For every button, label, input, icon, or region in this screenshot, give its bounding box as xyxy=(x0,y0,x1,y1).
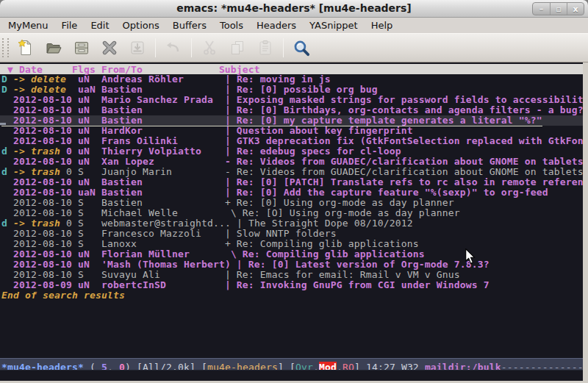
message-row[interactable]: 2012-08-09 uN robertcInSD | Re: Invoking… xyxy=(1,280,583,290)
modeline-segment-folder: maildir:/bulk xyxy=(425,362,501,371)
emacs-window: emacs: *mu4e-headers* [mu4e-headers] –▫x… xyxy=(0,0,588,383)
message-row[interactable]: d -> trash 0 S webmaster@straightd... | … xyxy=(1,218,583,229)
copy-icon xyxy=(223,36,251,60)
toolbar-separator xyxy=(283,38,284,57)
message-row[interactable]: D -> delete uN Andreas Röhler | Re: movi… xyxy=(1,74,583,85)
modeline-segment-plain: , xyxy=(337,362,343,371)
menu-bar: MyMenuFileEditOptionsBuffersToolsHeaders… xyxy=(0,18,588,33)
message-row[interactable]: d -> trash 0 uN Thierry Volpiatto | Re: … xyxy=(1,146,583,157)
undo-icon xyxy=(159,36,187,60)
minimize-button[interactable]: – xyxy=(533,3,550,15)
modeline-segment-ovr: Ovr xyxy=(295,362,313,371)
modeline-segment-plain: ] [ xyxy=(278,362,295,371)
message-row[interactable]: 2012-08-10 uN Bastien | Re: [0] Birthday… xyxy=(1,105,583,115)
cut-icon xyxy=(196,36,223,60)
toolbar-separator xyxy=(155,38,156,57)
message-row[interactable]: 2012-08-10 S Suvayu Ali | Re: Emacs for … xyxy=(1,270,583,280)
modeline-segment-plain: ] 14:27 W32 xyxy=(354,362,425,371)
save-as-icon xyxy=(123,36,151,60)
mode-line[interactable]: *mu4e-headers* ( 5, 0) [All/2.0k] [mu4e-… xyxy=(0,358,583,371)
message-row[interactable]: 2012-08-10 S Michael Welle \ Re: [O] Usi… xyxy=(1,208,583,218)
mu4e-headers-buffer: ▼ Date Flgs From/To Subject D -> delete … xyxy=(0,62,583,381)
modeline-segment-mode: mu4e-headers xyxy=(207,362,278,371)
menu-tools[interactable]: Tools xyxy=(213,18,250,32)
menu-options[interactable]: Options xyxy=(116,18,166,32)
save-box-icon[interactable] xyxy=(68,36,96,60)
modeline-segment-dashes: ----------------------------------------… xyxy=(501,362,583,371)
window-title: emacs: *mu4e-headers* [mu4e-headers] xyxy=(0,2,588,14)
modeline-segment-num-pink: 0 xyxy=(119,362,125,371)
menu-help[interactable]: Help xyxy=(365,18,400,32)
message-row[interactable]: 2012-08-10 uN 'Mash (Thomas Herbert) | R… xyxy=(1,259,583,270)
modeline-segment-plain: ( xyxy=(84,362,101,371)
modeline-segment-mod: Mod xyxy=(319,362,337,371)
message-row[interactable]: 2012-08-10 S Francesco Mazzoli | Slow NN… xyxy=(1,229,583,239)
echo-area[interactable] xyxy=(0,371,583,381)
message-row[interactable]: D -> delete uaN Bastien | Re: [0] possib… xyxy=(1,85,583,95)
message-row[interactable]: 2012-08-10 uN Bastien | Re: [0] my captu… xyxy=(0,115,583,126)
message-row[interactable]: 2012-08-10 uN Mario Sanchez Prada | Expo… xyxy=(1,95,583,105)
modeline-segment-buffer: *mu4e-headers* xyxy=(1,362,84,371)
message-row[interactable]: 2012-08-10 S Bastien + Re: [0] Using org… xyxy=(1,198,583,208)
buffer-empty-space xyxy=(0,301,583,358)
message-row[interactable]: 2012-08-10 uN HardKor | Question about k… xyxy=(1,126,583,136)
modeline-segment-num-violet: 5 xyxy=(101,362,107,371)
window-right-border xyxy=(583,62,588,383)
search-icon[interactable] xyxy=(287,36,315,60)
open-folder-icon[interactable] xyxy=(40,36,68,60)
message-row[interactable]: 2012-08-10 uN Frans Oilinki | GTK3 depre… xyxy=(1,136,583,146)
maximize-button[interactable]: ▫ xyxy=(550,3,567,15)
window-buttons: –▫x xyxy=(532,2,584,15)
message-row[interactable]: 2012-08-10 S Lanoxx + Re: Compiling glib… xyxy=(1,239,583,249)
toolbar-separator xyxy=(191,38,192,57)
message-row[interactable]: 2012-08-10 uaN Bastien | Re: [0] Add the… xyxy=(1,187,583,198)
menu-headers[interactable]: Headers xyxy=(250,18,303,32)
menu-file[interactable]: File xyxy=(55,18,85,32)
menu-mymenu[interactable]: MyMenu xyxy=(1,18,55,32)
end-of-results-label: End of search results xyxy=(0,290,583,301)
modeline-segment-plain: ) [All/2.0k] [ xyxy=(125,362,207,371)
message-row[interactable]: 2012-08-10 uN Florian Müllner \ Re: Comp… xyxy=(1,249,583,259)
message-row[interactable]: 2012-08-10 uN Bastien | Re: [0] [PATCH] … xyxy=(1,177,583,187)
modeline-segment-ro: RO xyxy=(343,362,354,371)
toolbar-grip-icon xyxy=(2,38,9,57)
modeline-segment-plain: , xyxy=(313,362,319,371)
menu-buffers[interactable]: Buffers xyxy=(166,18,213,32)
mouse-cursor xyxy=(465,248,476,268)
tool-bar xyxy=(0,33,588,62)
title-bar[interactable]: emacs: *mu4e-headers* [mu4e-headers] –▫x xyxy=(0,0,588,18)
headers-column-header: ▼ Date Flgs From/To Subject xyxy=(0,64,583,74)
menu-yasnippet[interactable]: YASnippet xyxy=(303,18,365,32)
close-buffer-icon[interactable] xyxy=(96,36,123,60)
new-file-icon[interactable] xyxy=(12,36,40,60)
fringe-mark xyxy=(0,123,6,125)
modeline-segment-plain: , xyxy=(107,362,119,371)
paste-icon xyxy=(251,36,279,60)
menu-edit[interactable]: Edit xyxy=(84,18,115,32)
message-list: D -> delete uN Andreas Röhler | Re: movi… xyxy=(0,74,583,290)
close-button[interactable]: x xyxy=(567,3,584,15)
message-row[interactable]: 2012-08-10 uN Xan Lopez - Re: Videos fro… xyxy=(1,157,583,167)
message-row[interactable]: d -> trash 0 S Juanjo Marin - Re: Videos… xyxy=(1,167,583,177)
